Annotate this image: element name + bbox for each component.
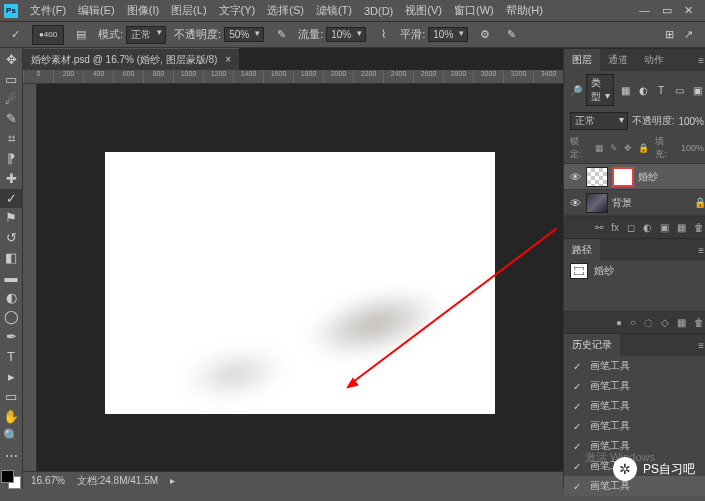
menu-select[interactable]: 选择(S) (261, 3, 310, 18)
smooth-input[interactable]: 10% (428, 27, 468, 42)
menu-view[interactable]: 视图(V) (399, 3, 448, 18)
lasso-tool[interactable]: ☄ (0, 90, 22, 109)
pen-tool[interactable]: ✒ (0, 327, 22, 346)
filter-pixel-icon[interactable]: ▦ (618, 83, 632, 97)
canvas[interactable] (105, 152, 495, 414)
lock-pos-icon[interactable]: ✥ (624, 143, 632, 153)
healing-tool[interactable]: ✚ (0, 169, 22, 188)
pressure-opacity-icon[interactable]: ✎ (272, 26, 290, 44)
fx-icon[interactable]: fx (611, 222, 619, 233)
stamp-tool[interactable]: ⚑ (0, 209, 22, 228)
menu-filter[interactable]: 滤镜(T) (310, 3, 358, 18)
menu-image[interactable]: 图像(I) (121, 3, 165, 18)
path-select-tool[interactable]: ▸ (0, 367, 22, 386)
filter-adjust-icon[interactable]: ◐ (636, 83, 650, 97)
zoom-tool[interactable]: 🔍 (0, 426, 22, 445)
shape-tool[interactable]: ▭ (0, 387, 22, 406)
dodge-tool[interactable]: ◯ (0, 308, 22, 327)
crop-tool[interactable]: ⌗ (0, 129, 22, 148)
panel-menu-icon[interactable]: ≡ (692, 55, 705, 66)
shape-path-icon[interactable]: ◇ (661, 317, 669, 328)
brush-preset-picker[interactable]: ● 400 (32, 25, 64, 45)
lock-all-icon[interactable]: 🔒 (638, 143, 649, 153)
search-icon[interactable]: ⊞ (665, 28, 674, 41)
move-tool[interactable]: ✥ (0, 50, 22, 69)
link-icon[interactable]: ⚯ (595, 222, 603, 233)
gear-icon[interactable]: ⚙ (476, 26, 494, 44)
trash-icon[interactable]: 🗑 (694, 222, 704, 233)
menu-help[interactable]: 帮助(H) (500, 3, 549, 18)
layer-row[interactable]: 👁 婚纱 (564, 164, 705, 190)
minimize-icon[interactable]: — (639, 4, 650, 17)
edit-toolbar[interactable]: ⋯ (0, 446, 22, 465)
menu-type[interactable]: 文字(Y) (213, 3, 262, 18)
status-chevron-icon[interactable]: ▸ (170, 475, 175, 486)
marquee-tool[interactable]: ▭ (0, 70, 22, 89)
selection-path-icon[interactable]: ◌ (644, 317, 653, 328)
menu-layer[interactable]: 图层(L) (165, 3, 212, 18)
trash-icon[interactable]: 🗑 (694, 317, 704, 328)
share-icon[interactable]: ↗ (684, 28, 693, 41)
history-item[interactable]: ✓画笔工具 (564, 416, 705, 436)
opacity-input[interactable]: 50% (224, 27, 264, 42)
history-item[interactable]: ✓画笔工具 (564, 396, 705, 416)
layer-blend-mode[interactable]: 正常 (570, 112, 628, 130)
new-path-icon[interactable]: ▦ (677, 317, 686, 328)
layer-mask-thumb[interactable] (612, 167, 634, 187)
gradient-tool[interactable]: ▬ (0, 268, 22, 287)
tab-history[interactable]: 历史记录 (564, 334, 620, 356)
document-tab[interactable]: 婚纱素材.psd @ 16.7% (婚纱, 图层蒙版/8) × (23, 48, 239, 70)
quick-select-tool[interactable]: ✎ (0, 109, 22, 128)
canvas-background[interactable] (37, 84, 563, 471)
layer-thumb[interactable] (586, 167, 608, 187)
hand-tool[interactable]: ✋ (0, 407, 22, 426)
lock-trans-icon[interactable]: ▦ (595, 143, 604, 153)
brush-panel-icon[interactable]: ▤ (72, 26, 90, 44)
layer-name[interactable]: 背景 (612, 196, 632, 210)
search-icon[interactable]: 🔎 (570, 85, 582, 96)
blend-mode-select[interactable]: 正常 (126, 26, 166, 44)
type-tool[interactable]: T (0, 347, 22, 366)
fill-value[interactable]: 100% (681, 143, 704, 153)
panel-menu-icon[interactable]: ≡ (692, 245, 705, 256)
menu-window[interactable]: 窗口(W) (448, 3, 500, 18)
layer-filter-select[interactable]: 类型 (586, 74, 614, 106)
history-item[interactable]: ✓画笔工具 (564, 356, 705, 376)
brush-tool[interactable]: ✓ (0, 189, 22, 208)
zoom-level[interactable]: 16.67% (31, 475, 65, 486)
lock-paint-icon[interactable]: ✎ (610, 143, 618, 153)
airbrush-icon[interactable]: ⌇ (374, 26, 392, 44)
panel-menu-icon[interactable]: ≡ (692, 340, 705, 351)
new-layer-icon[interactable]: ▦ (677, 222, 686, 233)
folder-icon[interactable]: ▣ (660, 222, 669, 233)
path-name[interactable]: 婚纱 (594, 264, 614, 278)
filter-smart-icon[interactable]: ▣ (690, 83, 704, 97)
brush-tool-icon[interactable]: ✓ (6, 26, 24, 44)
history-item[interactable]: ✓画笔工具 (564, 376, 705, 396)
symmetry-icon[interactable]: ✎ (502, 26, 520, 44)
eraser-tool[interactable]: ◧ (0, 248, 22, 267)
stroke-path-icon[interactable]: ○ (630, 317, 636, 328)
layer-row[interactable]: 👁 背景 🔒 (564, 190, 705, 216)
filter-shape-icon[interactable]: ▭ (672, 83, 686, 97)
maximize-icon[interactable]: ▭ (662, 4, 672, 17)
tab-paths[interactable]: 路径 (564, 239, 600, 261)
fill-path-icon[interactable]: ● (616, 317, 622, 328)
filter-type-icon[interactable]: T (654, 83, 668, 97)
close-tab-icon[interactable]: × (225, 54, 231, 65)
visibility-icon[interactable]: 👁 (568, 171, 582, 183)
mask-icon[interactable]: ◻ (627, 222, 635, 233)
layer-opacity-value[interactable]: 100% (678, 116, 704, 127)
path-item[interactable]: 婚纱 (564, 261, 705, 281)
color-swatches[interactable] (1, 470, 21, 489)
menu-file[interactable]: 文件(F) (24, 3, 72, 18)
menu-3d[interactable]: 3D(D) (358, 5, 399, 17)
history-brush-tool[interactable]: ↺ (0, 228, 22, 247)
close-icon[interactable]: ✕ (684, 4, 693, 17)
flow-input[interactable]: 10% (326, 27, 366, 42)
adjustment-icon[interactable]: ◐ (643, 222, 652, 233)
eyedropper-tool[interactable]: ⁋ (0, 149, 22, 168)
tab-channels[interactable]: 通道 (600, 49, 636, 71)
visibility-icon[interactable]: 👁 (568, 197, 582, 209)
layer-thumb[interactable] (586, 193, 608, 213)
